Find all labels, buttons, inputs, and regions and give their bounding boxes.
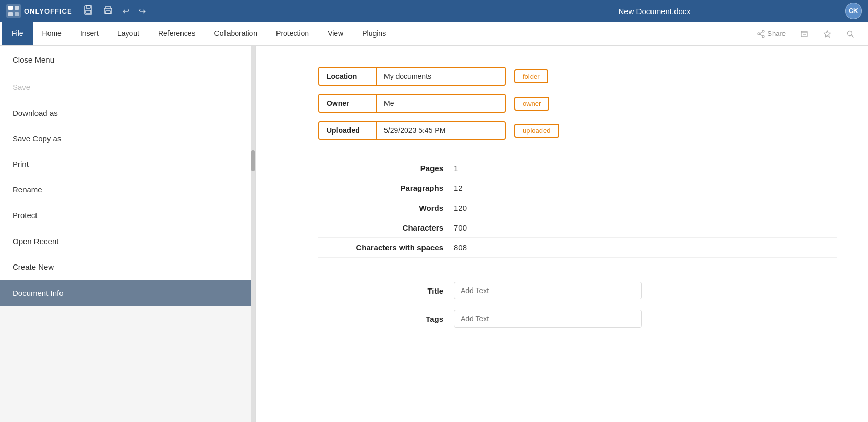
- location-value: My documents: [377, 68, 505, 85]
- uploaded-label: Uploaded: [319, 122, 377, 139]
- sidebar-item-open-recent[interactable]: Open Recent: [0, 228, 255, 254]
- tags-row: Tags: [318, 305, 837, 333]
- title-bar: ONLYOFFICE ↩ ↪ New Document.docx CK: [0, 0, 868, 22]
- chars-spaces-label: Characters with spaces: [318, 243, 454, 252]
- sidebar-item-create-new[interactable]: Create New: [0, 254, 255, 280]
- words-row: Words 120: [318, 198, 837, 218]
- menu-item-home[interactable]: Home: [33, 22, 71, 45]
- sidebar-item-print[interactable]: Print: [0, 151, 255, 177]
- pages-label: Pages: [318, 164, 454, 173]
- main-layout: Close Menu Save Download as Save Copy as…: [0, 46, 868, 422]
- characters-row: Characters 700: [318, 218, 837, 238]
- sidebar-item-rename[interactable]: Rename: [0, 177, 255, 202]
- sidebar-item-document-info[interactable]: Document Info: [0, 280, 255, 306]
- menu-item-layout[interactable]: Layout: [108, 22, 149, 45]
- svg-rect-15: [801, 31, 807, 37]
- location-field: Location My documents: [318, 67, 506, 86]
- menu-item-insert[interactable]: Insert: [71, 22, 108, 45]
- words-value: 120: [454, 203, 467, 212]
- sidebar-item-protect[interactable]: Protect: [0, 202, 255, 228]
- toolbar-tools: ↩ ↪: [83, 5, 464, 18]
- tags-input[interactable]: [454, 310, 642, 328]
- svg-rect-9: [106, 11, 110, 14]
- characters-value: 700: [454, 223, 467, 232]
- title-label: Title: [318, 286, 454, 295]
- title-input[interactable]: [454, 282, 642, 299]
- menu-item-protection[interactable]: Protection: [267, 22, 318, 45]
- title-bar-right: CK: [845, 3, 862, 19]
- menu-bar: File Home Insert Layout References Colla…: [0, 22, 868, 46]
- open-location-button[interactable]: [795, 28, 814, 40]
- svg-rect-7: [86, 10, 91, 13]
- share-button[interactable]: Share: [752, 28, 791, 40]
- star-icon: [823, 30, 831, 38]
- favorite-button[interactable]: [818, 28, 837, 40]
- menu-item-view[interactable]: View: [318, 22, 353, 45]
- chars-spaces-value: 808: [454, 243, 467, 252]
- sidebar-scrollbar[interactable]: [251, 46, 255, 422]
- location-row: Location My documents folder: [318, 67, 837, 86]
- menu-item-collaboration[interactable]: Collaboration: [205, 22, 267, 45]
- svg-line-14: [760, 34, 762, 36]
- svg-line-13: [760, 32, 762, 33]
- tags-label: Tags: [318, 315, 454, 323]
- open-location-icon: [800, 30, 809, 38]
- search-button[interactable]: [841, 28, 860, 40]
- svg-point-12: [762, 35, 764, 38]
- sidebar-item-save: Save: [0, 74, 255, 100]
- svg-rect-0: [6, 4, 21, 18]
- paragraphs-value: 12: [454, 184, 463, 192]
- onlyoffice-logo-icon: [6, 4, 21, 18]
- sidebar-item-download-as[interactable]: Download as: [0, 100, 255, 126]
- svg-rect-6: [86, 6, 90, 8]
- location-label: Location: [319, 68, 377, 85]
- avatar[interactable]: CK: [845, 3, 862, 19]
- svg-marker-16: [824, 31, 831, 37]
- owner-value: Me: [377, 95, 505, 112]
- sidebar: Close Menu Save Download as Save Copy as…: [0, 46, 256, 422]
- menu-right: Share: [752, 22, 866, 45]
- svg-rect-4: [15, 12, 19, 16]
- close-menu-item[interactable]: Close Menu: [0, 46, 255, 74]
- title-row: Title: [318, 276, 837, 305]
- uploaded-value: 5/29/2023 5:45 PM: [377, 122, 505, 139]
- stats-section: Pages 1 Paragraphs 12 Words 120 Characte…: [318, 159, 837, 258]
- svg-point-10: [758, 33, 760, 35]
- metadata-section: Title Tags: [318, 276, 837, 333]
- uploaded-tag: uploaded: [514, 124, 559, 138]
- menu-item-plugins[interactable]: Plugins: [353, 22, 395, 45]
- logo[interactable]: ONLYOFFICE: [6, 4, 73, 18]
- sidebar-item-save-copy-as[interactable]: Save Copy as: [0, 126, 255, 151]
- svg-point-11: [762, 30, 764, 32]
- menu-item-references[interactable]: References: [149, 22, 205, 45]
- location-tag: folder: [514, 69, 548, 83]
- svg-rect-3: [8, 12, 13, 16]
- sidebar-scrollbar-thumb: [251, 150, 255, 171]
- content-area: Location My documents folder Owner Me ow…: [256, 46, 868, 422]
- sidebar-section-open: Open Recent Create New: [0, 228, 255, 280]
- search-icon: [846, 30, 854, 38]
- doc-info-grid: Location My documents folder Owner Me ow…: [318, 67, 837, 140]
- uploaded-field: Uploaded 5/29/2023 5:45 PM: [318, 121, 506, 140]
- share-icon: [757, 30, 765, 38]
- characters-label: Characters: [318, 223, 454, 232]
- owner-label: Owner: [319, 95, 377, 112]
- sidebar-section-save: Save: [0, 74, 255, 100]
- undo-icon[interactable]: ↩: [123, 6, 129, 16]
- owner-tag: owner: [514, 97, 549, 111]
- paragraphs-label: Paragraphs: [318, 184, 454, 192]
- document-title: New Document.docx: [464, 7, 845, 16]
- uploaded-row: Uploaded 5/29/2023 5:45 PM uploaded: [318, 121, 837, 140]
- svg-rect-1: [8, 6, 13, 10]
- save-icon[interactable]: [83, 5, 93, 18]
- owner-row: Owner Me owner: [318, 94, 837, 113]
- pages-value: 1: [454, 164, 458, 173]
- chars-spaces-row: Characters with spaces 808: [318, 238, 837, 258]
- sidebar-section-file-ops: Download as Save Copy as Print Rename Pr…: [0, 100, 255, 228]
- svg-rect-2: [15, 6, 19, 10]
- redo-icon[interactable]: ↪: [139, 6, 146, 16]
- menu-item-file[interactable]: File: [2, 22, 33, 45]
- logo-text: ONLYOFFICE: [24, 7, 73, 15]
- share-label: Share: [767, 30, 786, 38]
- print-icon[interactable]: [103, 5, 113, 18]
